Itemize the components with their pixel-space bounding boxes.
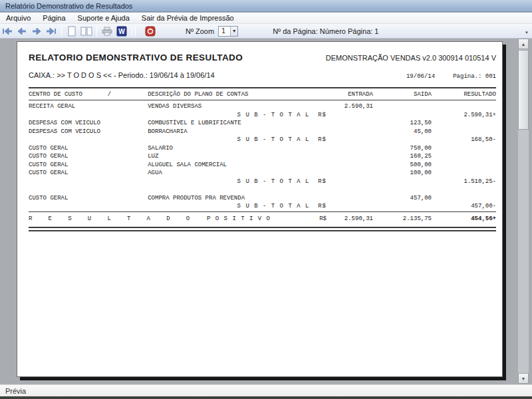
report-cell — [29, 178, 137, 186]
close-preview-icon — [145, 26, 156, 37]
report-row: DESPESAS COM VEICULO BORRACHARIA45,00 — [29, 128, 496, 136]
single-page-button[interactable] — [65, 25, 78, 37]
report-cell — [432, 128, 496, 136]
report-cell: CUSTO GERAL — [29, 144, 137, 153]
report-title: RELATORIO DEMONSTRATIVO DE RESULTADO — [29, 53, 243, 63]
report-cell: CUSTO GERAL — [29, 161, 137, 170]
report-cell: RECEITA GERAL — [29, 102, 137, 111]
scroll-down-icon[interactable]: ▼ — [518, 373, 529, 384]
toolbar-overflow-button[interactable]: ▾ — [523, 25, 531, 37]
report-cell — [373, 178, 432, 186]
total-resultado: 454,56+ — [432, 215, 496, 223]
word-icon-letter: W — [118, 28, 125, 35]
next-page-button[interactable] — [30, 25, 43, 37]
first-page-button[interactable] — [1, 25, 14, 37]
report-row: RECEITA GERAL VENDAS DIVERSAS2.590,31 — [29, 102, 496, 111]
report-cell — [373, 202, 432, 211]
col-saida: SAIDA — [373, 91, 432, 98]
report-cell: AGUA — [137, 169, 327, 178]
report-cell: S U B - T O T A L R$ — [137, 136, 327, 144]
report-cell: COMPRA PRODUTOS PRA REVENDA — [137, 194, 327, 203]
two-pages-button[interactable] — [80, 25, 93, 37]
preview-area: RELATORIO DEMONSTRATIVO DE RESULTADO DEM… — [0, 39, 532, 384]
report-cell: VENDAS DIVERSAS — [137, 102, 327, 111]
scrollbar-thumb[interactable] — [518, 50, 529, 130]
report-cell — [327, 152, 373, 161]
report-cell — [327, 202, 373, 211]
report-cell: 160,25 — [373, 152, 432, 161]
menu-pagina[interactable]: Página — [37, 13, 71, 24]
close-preview-button[interactable] — [144, 25, 157, 37]
report-cell — [432, 144, 496, 153]
report-rows: RECEITA GERAL VENDAS DIVERSAS2.590,31S U… — [29, 102, 496, 211]
report-column-header: CENTRO DE CUSTO / DESCRIÇÃO DO PLANO DE … — [29, 91, 496, 98]
print-button[interactable] — [100, 25, 114, 37]
report-row: CUSTO GERAL SALARIO750,00 — [29, 144, 496, 153]
report-row: DESPESAS COM VEICULO COMBUSTÍVEL E LUBRI… — [29, 119, 496, 128]
report-cell — [29, 202, 137, 211]
toolbar-separator — [96, 26, 97, 37]
report-cell — [432, 119, 496, 128]
zoom-dropdown[interactable]: 1 ▼ — [218, 26, 238, 37]
export-word-button[interactable]: W — [115, 25, 128, 37]
report-cell — [327, 178, 373, 186]
toolbar-separator — [135, 26, 136, 37]
report-cell: CUSTO GERAL — [29, 152, 137, 161]
window-title: Relatório Demonstrativo de Resultados — [5, 2, 132, 10]
report-cell: 457,00- — [432, 202, 496, 211]
report-cell: 168,50- — [432, 136, 496, 144]
two-pages-icon — [80, 26, 92, 37]
col-entrada: ENTRADA — [327, 91, 373, 98]
first-page-icon — [2, 27, 13, 35]
total-saida: 2.135,75 — [373, 215, 432, 223]
toolbar: W Nº Zoom 1 ▼ Nº da Página: Número Págin… — [0, 24, 532, 39]
export-word-icon: W — [116, 26, 127, 37]
report-page: RELATORIO DEMONSTRATIVO DE RESULTADO DEM… — [17, 41, 503, 377]
report-total-row: R E S U L T A D O P O S I T I V O R$ 2.5… — [29, 215, 496, 223]
report-cell — [327, 111, 373, 120]
report-cell — [327, 119, 373, 128]
toolbar-separator — [132, 26, 132, 37]
page-number-info: Nº da Página: Número Página: 1 — [273, 27, 378, 35]
previous-page-icon — [17, 27, 27, 35]
menu-arquivo[interactable]: Arquivo — [0, 13, 37, 24]
report-filter-line: CAIXA.: >> T O D O S << - Periodo.: 19/0… — [29, 71, 215, 79]
report-cell — [327, 161, 373, 170]
report-cell: DESPESAS COM VEICULO — [29, 128, 137, 136]
report-subtotal-row: S U B - T O T A L R$457,00- — [29, 202, 496, 211]
menu-sair-da-previa[interactable]: Sair da Prévia de Impressão — [136, 13, 240, 24]
report-cell — [327, 194, 373, 203]
report-cell — [432, 194, 496, 203]
last-page-button[interactable] — [45, 25, 58, 37]
report-content: RELATORIO DEMONSTRATIVO DE RESULTADO DEM… — [29, 42, 496, 376]
vertical-scrollbar[interactable]: ▲ ▼ — [518, 39, 529, 384]
report-spacer-row — [29, 186, 496, 194]
total-sign-label: P O S I T I V O — [207, 215, 299, 223]
zoom-label: Nº Zoom — [186, 27, 214, 35]
scroll-up-icon[interactable]: ▲ — [518, 39, 529, 49]
statusbar: Prévia — [0, 384, 532, 396]
chevron-down-icon: ▼ — [230, 27, 237, 36]
report-cell: 457,00 — [373, 194, 432, 203]
col-centro-de-custo: CENTRO DE CUSTO / — [29, 91, 137, 98]
toolbar-separator — [61, 26, 62, 37]
report-cell: LUZ — [137, 152, 327, 161]
app-window: Relatório Demonstrativo de Resultados Ar… — [0, 0, 532, 399]
report-cell — [327, 169, 373, 178]
report-cell: 750,00 — [373, 144, 432, 153]
report-cell — [432, 161, 496, 170]
report-version: DEMONSTRAÇÃO VENDAS v2.0 300914 010514 V — [326, 54, 496, 62]
total-currency: R$ — [299, 215, 327, 223]
report-cell: S U B - T O T A L R$ — [137, 178, 327, 186]
report-cell — [432, 169, 496, 178]
report-cell: 2.590,31+ — [432, 111, 496, 120]
menubar: Arquivo Página Suporte e Ajuda Sair da P… — [0, 13, 532, 24]
previous-page-button[interactable] — [15, 25, 29, 37]
report-subtotal-row: S U B - T O T A L R$2.590,31+ — [29, 111, 496, 120]
report-cell — [327, 128, 373, 136]
print-icon — [102, 27, 112, 36]
menu-suporte-e-ajuda[interactable]: Suporte e Ajuda — [72, 13, 136, 24]
report-row: CUSTO GERAL LUZ160,25 — [29, 152, 496, 161]
report-cell: 123,50 — [373, 119, 432, 128]
report-cell — [432, 152, 496, 161]
